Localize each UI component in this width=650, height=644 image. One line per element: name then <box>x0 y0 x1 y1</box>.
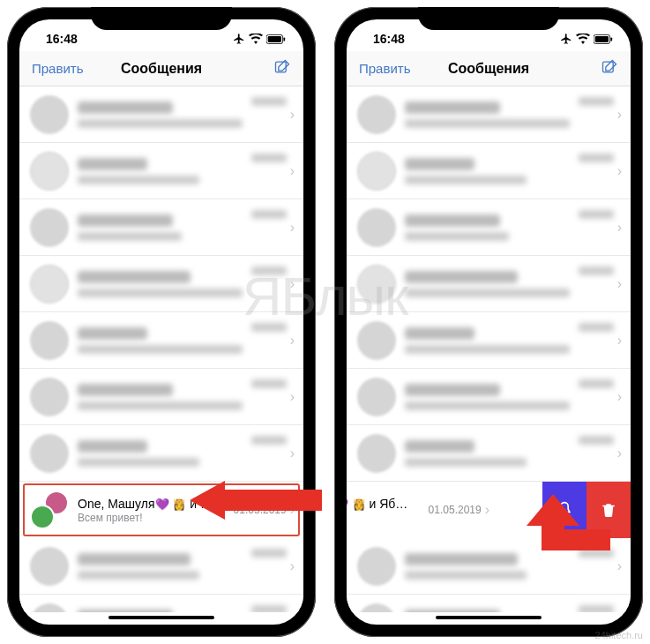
avatar <box>30 603 69 613</box>
chevron-right-icon: › <box>617 220 622 236</box>
airplane-icon <box>233 33 245 45</box>
delete-button[interactable] <box>586 482 631 538</box>
list-text <box>78 214 251 241</box>
list-item[interactable]: › <box>19 143 303 199</box>
list-date <box>251 266 287 275</box>
edit-button[interactable]: Править <box>359 61 411 76</box>
avatar <box>357 95 396 134</box>
list-date <box>251 97 287 106</box>
mute-button[interactable] <box>542 482 586 538</box>
chevron-right-icon: › <box>617 446 622 461</box>
chat-name: One, Машуля💜 👸 и … <box>78 497 228 511</box>
avatar <box>30 95 69 134</box>
princess-icon: 👸 <box>352 498 366 511</box>
chevron-right-icon: › <box>290 276 295 292</box>
list-item[interactable]: › <box>19 595 303 612</box>
chevron-right-icon: › <box>290 107 295 123</box>
chevron-right-icon: › <box>290 446 295 461</box>
princess-icon: 👸 <box>172 498 186 511</box>
list-item[interactable]: › <box>347 143 631 199</box>
svg-rect-2 <box>283 37 285 41</box>
wifi-icon <box>249 34 263 44</box>
phone-left: 16:48 Править Сообщения › › › › › <box>7 7 316 637</box>
purple-heart-icon: 💜 <box>155 498 169 511</box>
chevron-right-icon: › <box>290 502 295 518</box>
status-icons <box>233 33 286 45</box>
nav-bar: Править Сообщения <box>19 51 303 86</box>
list-date <box>251 323 287 332</box>
list-item[interactable]: › <box>347 595 631 612</box>
chevron-right-icon: › <box>485 502 489 518</box>
avatar <box>357 265 396 303</box>
chat-date: 01.05.2019 <box>234 504 287 516</box>
chevron-right-icon: › <box>617 107 622 123</box>
notch <box>418 7 559 30</box>
swiped-chat-row[interactable]: шуля💜 👸 и Яб… вет! 01.05.2019 › <box>347 482 631 538</box>
phone-right: 16:48 Править Сообщения › › › › › <box>334 7 643 637</box>
compose-button[interactable] <box>601 58 618 79</box>
battery-icon <box>594 34 613 44</box>
list-date <box>251 605 287 612</box>
avatar <box>30 547 69 586</box>
notch <box>91 7 232 30</box>
chevron-right-icon: › <box>290 558 295 574</box>
avatar <box>357 378 396 416</box>
avatar <box>357 208 396 247</box>
swipe-actions <box>542 482 631 538</box>
list-item[interactable]: › <box>347 538 631 595</box>
trash-icon <box>601 501 616 519</box>
list-item[interactable]: › <box>347 425 631 482</box>
compose-icon <box>273 58 291 76</box>
wifi-icon <box>576 34 590 44</box>
airplane-icon <box>560 33 572 45</box>
list-item[interactable]: › <box>347 86 631 143</box>
list-item[interactable]: › <box>19 312 303 369</box>
chevron-right-icon: › <box>617 558 622 574</box>
list-item[interactable]: › <box>19 256 303 312</box>
highlighted-chat-row[interactable]: One, Машуля💜 👸 и … Всем привет! 01.05.20… <box>19 482 303 538</box>
list-text <box>78 384 251 410</box>
list-item[interactable]: › <box>347 312 631 369</box>
status-time: 16:48 <box>46 32 78 46</box>
list-item[interactable]: › <box>347 369 631 425</box>
avatar <box>30 152 69 191</box>
home-indicator[interactable] <box>108 616 214 619</box>
edit-button[interactable]: Править <box>32 61 84 76</box>
chevron-right-icon: › <box>617 333 622 348</box>
status-icons <box>560 33 613 45</box>
list-text <box>78 610 251 613</box>
svg-rect-6 <box>610 37 612 41</box>
avatar <box>30 378 69 416</box>
avatar <box>357 603 396 613</box>
chevron-right-icon: › <box>290 163 295 179</box>
compose-button[interactable] <box>273 58 291 79</box>
avatar <box>357 547 396 586</box>
chat-date: 01.05.2019 <box>429 504 482 516</box>
nav-title: Сообщения <box>121 61 202 77</box>
list-date <box>251 154 287 162</box>
chat-list[interactable]: › › › › › › › шуля💜 👸 и Яб… вет! <box>347 86 631 612</box>
chat-name: шуля💜 👸 и Яб… <box>347 497 423 511</box>
chat-list[interactable]: › › › › › › › One, Машуля💜 👸 и … <box>19 86 303 612</box>
chevron-right-icon: › <box>617 163 622 179</box>
compose-icon <box>601 58 618 76</box>
list-item[interactable]: › <box>19 199 303 256</box>
avatar <box>357 152 396 191</box>
list-item[interactable]: › <box>19 538 303 595</box>
nav-title: Сообщения <box>448 61 529 77</box>
list-item[interactable]: › <box>19 86 303 143</box>
list-item[interactable]: › <box>19 425 303 482</box>
avatar <box>357 434 396 473</box>
svg-rect-5 <box>595 36 609 42</box>
status-time: 16:48 <box>373 32 405 46</box>
list-item[interactable]: › <box>19 369 303 425</box>
list-item[interactable]: › <box>347 256 631 312</box>
chevron-right-icon: › <box>290 333 295 348</box>
chat-preview: вет! <box>347 512 423 524</box>
avatar <box>30 434 69 473</box>
avatar <box>30 265 69 303</box>
home-indicator[interactable] <box>436 616 542 619</box>
purple-heart-icon: 💜 <box>347 498 348 511</box>
list-date <box>251 379 287 388</box>
list-item[interactable]: › <box>347 199 631 256</box>
